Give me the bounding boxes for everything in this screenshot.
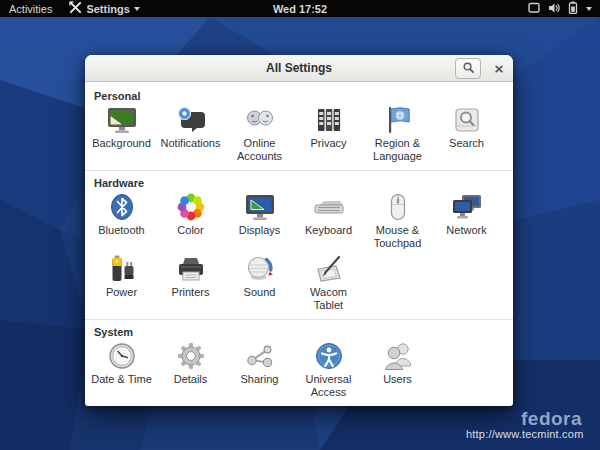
- date-time-icon: [106, 339, 138, 373]
- item-label: Privacy: [310, 137, 346, 150]
- online-accounts-icon: [244, 103, 276, 137]
- top-bar: Activities Settings Wed 17:52: [0, 0, 600, 17]
- activities-button[interactable]: Activities: [0, 0, 61, 17]
- sound-icon: [244, 252, 276, 286]
- settings-item-sharing[interactable]: Sharing: [225, 339, 294, 399]
- settings-item-details[interactable]: Details: [156, 339, 225, 399]
- settings-item-mouse-touchpad[interactable]: Mouse & Touchpad: [363, 190, 432, 250]
- app-menu-label: Settings: [86, 3, 129, 15]
- mouse-icon: [382, 190, 414, 224]
- power-icon: [106, 252, 138, 286]
- settings-item-sound[interactable]: Sound: [225, 252, 294, 312]
- privacy-icon: [313, 103, 345, 137]
- section-header-personal: Personal: [94, 90, 513, 102]
- printers-icon: [175, 252, 207, 286]
- settings-item-region-language[interactable]: Region & Language: [363, 103, 432, 163]
- settings-item-users[interactable]: Users: [363, 339, 432, 399]
- item-label: Printers: [172, 286, 210, 299]
- sharing-icon: [244, 339, 276, 373]
- personal-grid: Background Notifications: [87, 103, 513, 163]
- battery-icon: [568, 1, 578, 16]
- universal-access-icon: [313, 339, 345, 373]
- window-title: All Settings: [85, 61, 513, 75]
- settings-item-date-time[interactable]: Date & Time: [87, 339, 156, 399]
- network-icon: [450, 190, 484, 224]
- settings-item-keyboard[interactable]: Keyboard: [294, 190, 363, 250]
- wacom-tablet-icon: [312, 252, 346, 286]
- details-icon: [175, 339, 207, 373]
- system-grid: Date & Time: [87, 339, 513, 399]
- item-label: Color: [177, 224, 203, 237]
- hardware-grid-row2: Power Printers: [87, 252, 513, 312]
- hardware-grid-row1: Bluetooth: [87, 190, 513, 250]
- item-label: Online Accounts: [225, 137, 294, 163]
- settings-item-notifications[interactable]: Notifications: [156, 103, 225, 163]
- empty-cell: [432, 252, 501, 312]
- screen-icon: [528, 2, 540, 16]
- item-label: Date & Time: [91, 373, 152, 386]
- item-label: Displays: [239, 224, 281, 237]
- app-menu-settings[interactable]: Settings: [61, 0, 147, 17]
- fedora-logo: fedora: [521, 408, 582, 430]
- item-label: Details: [174, 373, 208, 386]
- settings-item-color[interactable]: Color: [156, 190, 225, 250]
- item-label: Network: [446, 224, 486, 237]
- item-label: Users: [383, 373, 412, 386]
- item-label: Sound: [244, 286, 276, 299]
- watermark-url: http://www.tecmint.com: [466, 428, 584, 440]
- settings-item-online-accounts[interactable]: Online Accounts: [225, 103, 294, 163]
- settings-item-power[interactable]: Power: [87, 252, 156, 312]
- item-label: Keyboard: [305, 224, 352, 237]
- item-label: Universal Access: [294, 373, 363, 399]
- search-tile-icon: [451, 103, 483, 137]
- empty-cell: [363, 252, 432, 312]
- system-status-area[interactable]: [520, 0, 600, 17]
- window-titlebar[interactable]: All Settings ×: [85, 55, 513, 82]
- region-language-icon: [382, 103, 414, 137]
- settings-item-universal-access[interactable]: Universal Access: [294, 339, 363, 399]
- item-label: Notifications: [161, 137, 221, 150]
- keyboard-icon: [312, 190, 346, 224]
- caret-down-icon: [134, 7, 140, 11]
- settings-item-bluetooth[interactable]: Bluetooth: [87, 190, 156, 250]
- item-label: Search: [449, 137, 484, 150]
- search-icon: [462, 60, 475, 78]
- notifications-icon: [175, 103, 207, 137]
- color-icon: [175, 190, 207, 224]
- item-label: Region & Language: [363, 137, 432, 163]
- settings-tools-icon: [69, 1, 82, 16]
- settings-panel: Personal Background: [85, 82, 513, 399]
- settings-item-printers[interactable]: Printers: [156, 252, 225, 312]
- background-icon: [105, 103, 139, 137]
- settings-item-displays[interactable]: Displays: [225, 190, 294, 250]
- displays-icon: [243, 190, 277, 224]
- item-label: Bluetooth: [98, 224, 144, 237]
- search-button[interactable]: [455, 58, 481, 79]
- volume-icon: [548, 2, 560, 16]
- item-label: Mouse & Touchpad: [363, 224, 432, 250]
- item-label: Background: [92, 137, 151, 150]
- section-header-hardware: Hardware: [94, 177, 513, 189]
- item-label: Power: [106, 286, 137, 299]
- settings-item-search[interactable]: Search: [432, 103, 501, 163]
- close-button[interactable]: ×: [491, 62, 507, 75]
- settings-item-wacom-tablet[interactable]: Wacom Tablet: [294, 252, 363, 312]
- section-separator: [85, 319, 513, 320]
- item-label: Wacom Tablet: [294, 286, 363, 312]
- users-icon: [382, 339, 414, 373]
- all-settings-window: All Settings × Personal: [85, 55, 513, 406]
- section-header-system: System: [94, 326, 513, 338]
- item-label: Sharing: [241, 373, 279, 386]
- activities-label: Activities: [9, 3, 52, 15]
- settings-item-background[interactable]: Background: [87, 103, 156, 163]
- section-separator: [85, 170, 513, 171]
- settings-item-privacy[interactable]: Privacy: [294, 103, 363, 163]
- caret-down-icon: [586, 7, 592, 11]
- settings-item-network[interactable]: Network: [432, 190, 501, 250]
- bluetooth-icon: [106, 190, 138, 224]
